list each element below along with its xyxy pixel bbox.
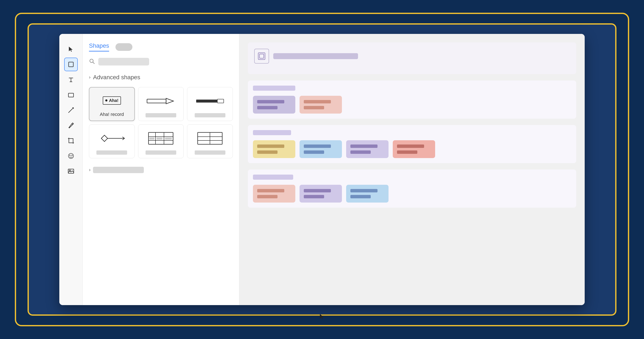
section-title: Advanced shapes [93,74,140,81]
svg-rect-3 [69,138,73,143]
inner-frame: Shapes › Advanced shapes [28,23,616,316]
shape-label-placeholder-2 [146,113,176,118]
mini-card-pink-1 [300,96,342,114]
card-line [304,195,324,198]
card-line [397,144,424,148]
svg-rect-1 [68,93,74,97]
frame-tool-button[interactable] [64,58,78,71]
table-detailed-icon [148,130,174,147]
card-line [257,106,278,109]
advanced-shapes-section-header: › Advanced shapes [89,74,233,81]
search-bar [89,58,233,66]
pen-tool-button[interactable] [64,119,78,132]
svg-rect-30 [165,138,172,140]
table-simple-icon [197,130,223,147]
image-tool-button[interactable] [64,164,78,178]
cards-row-1 [253,96,571,114]
mini-card-lavender [346,140,388,158]
mini-card-salmon [393,140,435,158]
toolbar [59,34,82,305]
emoji-tool-button[interactable] [64,149,78,163]
svg-rect-18 [217,99,224,103]
section-group-1 [248,80,576,119]
right-content [248,42,576,208]
shapes-grid: Aha! Aha! record [89,87,233,158]
shape-name-aha-record: Aha! record [100,112,124,117]
shapes-panel: Shapes › Advanced shapes [82,34,240,305]
mini-card-pink-3 [253,185,295,202]
aha-record-icon: Aha! [103,92,121,108]
more-section: › [89,167,233,173]
card-line [397,150,417,154]
app-window: Shapes › Advanced shapes [59,34,585,305]
svg-rect-0 [69,62,73,67]
shape-card-line-connector[interactable] [187,87,233,121]
shapes-tab[interactable]: Shapes [89,42,109,52]
card-line [350,195,371,198]
card-line [304,189,331,192]
cards-row-3 [253,185,571,202]
frame-card-top [248,42,576,74]
svg-rect-28 [149,138,154,140]
shape-card-table-simple[interactable] [187,124,233,158]
more-placeholder [93,167,144,173]
svg-line-14 [93,62,94,64]
card-line [304,150,324,154]
mini-card-blue-3 [346,185,388,202]
line-connector-icon [195,92,225,110]
text-tool-button[interactable] [64,73,78,86]
card-line [257,189,284,192]
mini-card-yellow [253,140,295,158]
svg-rect-17 [196,100,217,102]
card-line [257,144,284,148]
line-tool-button[interactable] [64,104,78,117]
search-input-placeholder[interactable] [98,58,149,66]
shape-card-arrow-connector[interactable] [138,87,184,121]
canvas-area[interactable] [240,34,585,305]
svg-point-8 [68,154,74,158]
mini-card-lavender-3 [300,185,342,202]
panel-toggle[interactable] [116,43,132,51]
shape-label-placeholder-3 [195,113,226,118]
header-title-placeholder [273,53,358,59]
arrow-connector-icon [146,92,176,110]
section-group-2 [248,125,576,163]
shape-card-aha-record[interactable]: Aha! Aha! record [89,87,135,121]
shape-card-diamond-line[interactable] [89,124,135,158]
shape-tool-button[interactable] [64,88,78,102]
card-line [304,100,331,104]
section-chevron-icon[interactable]: › [89,74,90,80]
mini-card-blue [300,140,342,158]
section-group-3 [248,170,576,208]
svg-point-13 [90,59,93,62]
panel-tabs: Shapes [89,42,233,52]
shape-card-table-detailed[interactable] [138,124,184,158]
svg-rect-15 [147,99,166,103]
card-line [257,195,278,198]
select-tool-button[interactable] [64,42,78,56]
svg-point-12 [69,170,70,171]
card-line [304,144,331,148]
card-line [350,150,371,154]
card-line [257,150,278,154]
group-label-1 [253,86,295,91]
crop-tool-button[interactable] [64,134,78,148]
svg-line-2 [68,108,74,113]
shape-label-placeholder-4 [96,150,127,155]
svg-marker-16 [166,98,174,104]
more-chevron-icon[interactable]: › [89,167,90,173]
svg-rect-29 [156,138,162,140]
svg-point-10 [72,155,72,156]
svg-rect-36 [260,54,264,58]
card-line [350,144,378,148]
card-line [304,106,324,109]
outer-frame: Shapes › Advanced shapes [15,13,629,326]
svg-point-9 [70,155,70,156]
group-label-3 [253,174,293,180]
card-line [257,100,284,104]
group-label-2 [253,130,291,135]
mini-card-purple-1 [253,96,295,114]
frame-header [254,49,570,64]
shape-label-placeholder-6 [195,150,226,155]
frame-icon [254,49,269,64]
